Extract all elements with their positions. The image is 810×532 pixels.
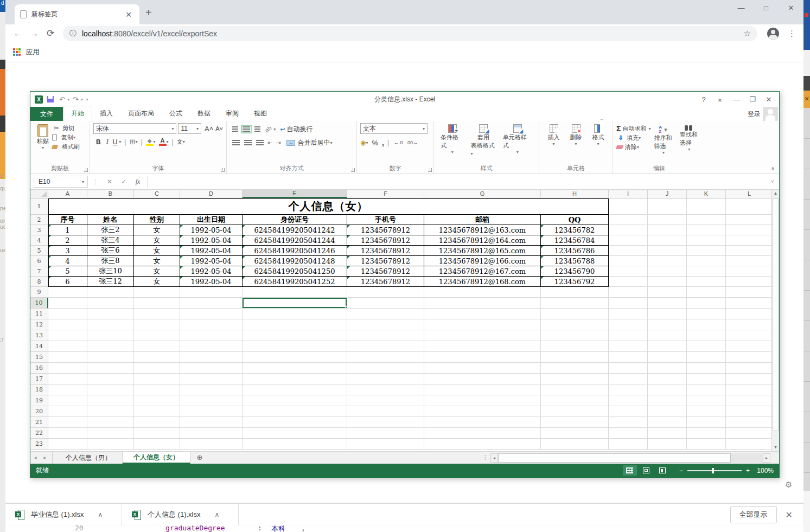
column-header-F[interactable]: F <box>347 190 424 198</box>
cell-F12[interactable] <box>347 319 424 330</box>
cell-D10[interactable] <box>180 298 243 309</box>
cell-I6[interactable] <box>609 256 648 266</box>
cell-K14[interactable] <box>687 341 726 352</box>
cell-K11[interactable] <box>687 309 726 319</box>
cell-I18[interactable] <box>609 384 648 395</box>
cell-G23[interactable] <box>424 439 541 450</box>
sign-in-link[interactable]: 登录 <box>748 110 761 119</box>
cell-I4[interactable] <box>609 235 648 246</box>
cell-G3[interactable]: 12345678912@163.com <box>424 225 541 235</box>
cell-G22[interactable] <box>424 428 541 439</box>
browser-minimize-button[interactable]: — <box>729 0 754 18</box>
browser-tab[interactable]: 新标签页 ✕ <box>15 4 139 24</box>
download-caret-icon[interactable]: ∧ <box>98 511 103 518</box>
page-info-icon[interactable]: ⓘ <box>69 29 76 39</box>
cell-G16[interactable] <box>424 363 541 374</box>
cell-A15[interactable] <box>48 352 87 363</box>
cell-B5[interactable]: 张三6 <box>87 246 134 256</box>
column-header-C[interactable]: C <box>134 190 180 198</box>
font-dialog-launcher[interactable] <box>221 168 225 172</box>
cell-I23[interactable] <box>609 439 648 450</box>
apps-grid-icon[interactable] <box>13 48 21 56</box>
cell-L16[interactable] <box>726 363 773 374</box>
tab-close-icon[interactable]: ✕ <box>123 10 134 19</box>
cell-A3[interactable]: 1 <box>48 225 87 235</box>
row-header-2[interactable]: 2 <box>30 215 48 225</box>
cell-A6[interactable]: 4 <box>48 256 87 266</box>
column-header-A[interactable]: A <box>48 190 87 198</box>
cell-B20[interactable] <box>87 406 134 417</box>
autosum-button[interactable]: Σ自动求和▾ <box>616 124 650 133</box>
row-header-12[interactable]: 12 <box>30 319 48 330</box>
horizontal-scroll-thumb[interactable] <box>498 453 731 463</box>
cell-F8[interactable]: 12345678912 <box>347 277 424 287</box>
row-header-6[interactable]: 6 <box>30 256 48 266</box>
vertical-scrollbar[interactable]: ▲ ▼ <box>771 190 779 451</box>
cell-I12[interactable] <box>609 319 648 330</box>
cell-E17[interactable] <box>243 374 347 384</box>
cell-A9[interactable] <box>48 287 87 298</box>
vertical-scroll-thumb[interactable] <box>773 198 779 431</box>
column-header-B[interactable]: B <box>87 190 134 198</box>
cell-C19[interactable] <box>134 395 180 406</box>
cell-K15[interactable] <box>687 352 726 363</box>
cell-B17[interactable] <box>87 374 134 384</box>
cell-L11[interactable] <box>726 309 773 319</box>
row-header-11[interactable]: 11 <box>30 309 48 319</box>
row-header-9[interactable]: 9 <box>30 287 48 298</box>
ribbon-tab-1[interactable]: 开始 <box>63 106 92 121</box>
cell-G14[interactable] <box>424 341 541 352</box>
cell-L14[interactable] <box>726 341 773 352</box>
wrap-text-button[interactable]: 自动换行 <box>286 125 312 134</box>
cell-F21[interactable] <box>347 417 424 428</box>
table-header-G2[interactable]: 邮箱 <box>424 215 541 225</box>
cell-F5[interactable]: 12345678912 <box>347 246 424 256</box>
cell-J5[interactable] <box>648 246 687 256</box>
apps-bookmark-label[interactable]: 应用 <box>26 48 40 57</box>
cell-K4[interactable] <box>687 235 726 246</box>
table-header-B2[interactable]: 姓名 <box>87 215 134 225</box>
cell-H19[interactable] <box>541 395 609 406</box>
cell-L2[interactable] <box>726 215 773 225</box>
cell-F16[interactable] <box>347 363 424 374</box>
row-header-20[interactable]: 20 <box>30 406 48 417</box>
cell-C16[interactable] <box>134 363 180 374</box>
column-header-J[interactable]: J <box>648 190 687 198</box>
cell-E15[interactable] <box>243 352 347 363</box>
row-header-16[interactable]: 16 <box>30 363 48 374</box>
table-header-D2[interactable]: 出生日期 <box>180 215 243 225</box>
cell-K20[interactable] <box>687 406 726 417</box>
name-box[interactable]: E10▾ <box>34 176 88 188</box>
tabbar-splitter[interactable]: ⋮ <box>482 454 488 461</box>
align-top-icon[interactable] <box>232 126 238 132</box>
percent-style-icon[interactable]: % <box>372 139 379 147</box>
clipboard-dialog-launcher[interactable] <box>84 168 88 172</box>
cell-A16[interactable] <box>48 363 87 374</box>
cut-button[interactable]: ✂剪切 <box>52 124 80 132</box>
cell-C7[interactable]: 女 <box>134 266 180 277</box>
cell-D4[interactable]: 1992-05-04 <box>180 235 243 246</box>
cell-F9[interactable] <box>347 287 424 298</box>
reload-icon[interactable]: ⟳ <box>42 28 59 39</box>
settings-gear-icon[interactable]: ⚙ <box>785 480 792 490</box>
cell-B19[interactable] <box>87 395 134 406</box>
browser-maximize-button[interactable]: □ <box>754 0 779 18</box>
row-header-17[interactable]: 17 <box>30 374 48 384</box>
find-select-button[interactable]: 查找和选择▾ <box>677 124 702 156</box>
cell-J4[interactable] <box>648 235 687 246</box>
cell-K19[interactable] <box>687 395 726 406</box>
cell-I2[interactable] <box>609 215 648 225</box>
enter-icon[interactable]: ✓ <box>117 178 131 185</box>
fill-button[interactable]: ⇩填充▾ <box>616 134 650 142</box>
cell-E18[interactable] <box>243 384 347 395</box>
cell-B7[interactable]: 张三10 <box>87 266 134 277</box>
cell-A12[interactable] <box>48 319 87 330</box>
cell-A8[interactable]: 6 <box>48 277 87 287</box>
font-name-select[interactable]: 宋体▾ <box>93 123 176 134</box>
cell-K22[interactable] <box>687 428 726 439</box>
cell-I1[interactable] <box>609 198 648 215</box>
font-size-select[interactable]: 11▾ <box>178 123 201 134</box>
cell-D11[interactable] <box>180 309 243 319</box>
cell-C18[interactable] <box>134 384 180 395</box>
cell-A19[interactable] <box>48 395 87 406</box>
